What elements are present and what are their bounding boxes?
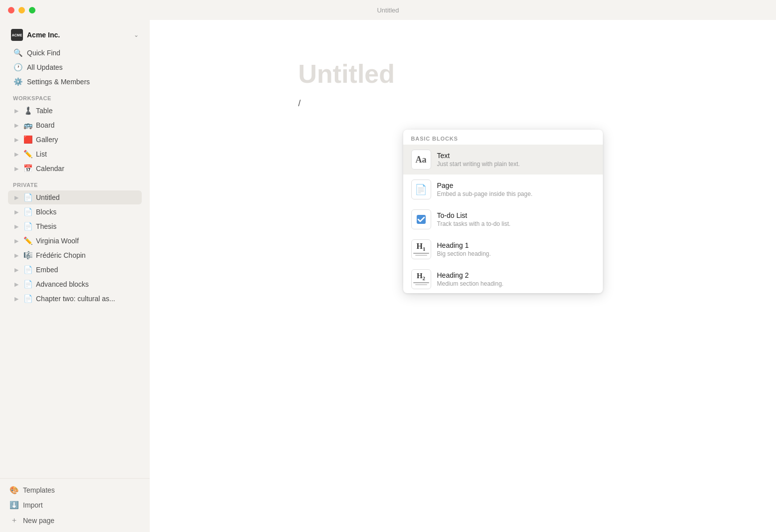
page-icon: 📄 bbox=[23, 280, 33, 289]
private-section-label: PRIVATE bbox=[6, 176, 144, 190]
sidebar-item-list[interactable]: ▶ ✏️ List bbox=[8, 147, 142, 161]
sidebar-item-chapter-two[interactable]: ▶ 📄 Chapter two: cultural as... bbox=[8, 292, 142, 306]
sidebar-top: ACME Acme Inc. ⌄ 🔍 Quick Find 🕐 All Upda… bbox=[0, 20, 150, 310]
page-block-info: Page Embed a sub-page inside this page. bbox=[437, 181, 595, 197]
sidebar-item-board[interactable]: ▶ 🚌 Board bbox=[8, 118, 142, 132]
page-block-title: Page bbox=[437, 181, 595, 189]
calendar-icon: 📅 bbox=[23, 164, 33, 173]
sidebar-item-quick-find[interactable]: 🔍 Quick Find bbox=[8, 46, 142, 60]
plus-icon: ＋ bbox=[9, 516, 19, 525]
sidebar-item-label: Untitled bbox=[36, 193, 137, 201]
sidebar-item-all-updates[interactable]: 🕐 All Updates bbox=[8, 60, 142, 74]
sidebar-item-settings[interactable]: ⚙️ Settings & Members bbox=[8, 75, 142, 89]
page-icon: 📄 bbox=[23, 265, 33, 274]
close-button[interactable] bbox=[8, 7, 14, 13]
main-content: Untitled / BASIC BLOCKS Aa Text Just sta… bbox=[150, 0, 776, 532]
chevron-icon: ▶ bbox=[13, 137, 20, 143]
chevron-icon: ▶ bbox=[13, 223, 20, 230]
sidebar-item-label: Settings & Members bbox=[27, 78, 90, 86]
chevron-icon: ▶ bbox=[13, 267, 20, 273]
block-menu-item-h1[interactable]: H1 Heading 1 Big section heading. bbox=[403, 234, 603, 264]
sidebar-item-label: Import bbox=[23, 501, 43, 509]
block-insert-menu[interactable]: BASIC BLOCKS Aa Text Just start writing … bbox=[403, 130, 603, 293]
sidebar-item-label: Chapter two: cultural as... bbox=[36, 295, 137, 303]
page-icon: 📄 bbox=[23, 222, 33, 231]
sidebar-item-label: Board bbox=[36, 121, 137, 129]
block-menu-item-text[interactable]: Aa Text Just start writing with plain te… bbox=[403, 145, 603, 175]
todo-block-icon bbox=[411, 209, 431, 229]
chevron-icon: ▶ bbox=[13, 166, 20, 172]
sidebar-item-label: Frédéric Chopin bbox=[36, 251, 137, 259]
h2-block-info: Heading 2 Medium section heading. bbox=[437, 271, 595, 287]
todo-block-desc: Track tasks with a to-do list. bbox=[437, 220, 595, 227]
h2-block-desc: Medium section heading. bbox=[437, 280, 595, 287]
sidebar-item-label: Thesis bbox=[36, 222, 137, 230]
sidebar-item-advanced-blocks[interactable]: ▶ 📄 Advanced blocks bbox=[8, 277, 142, 291]
page-block-desc: Embed a sub-page inside this page. bbox=[437, 190, 595, 197]
todo-block-info: To-do List Track tasks with a to-do list… bbox=[437, 211, 595, 227]
gear-icon: ⚙️ bbox=[13, 77, 23, 86]
sidebar-item-label: New page bbox=[23, 517, 54, 525]
sidebar-item-frederic-chopin[interactable]: ▶ 🎼 Frédéric Chopin bbox=[8, 248, 142, 262]
chevron-icon: ▶ bbox=[13, 281, 20, 288]
page-title[interactable]: Untitled bbox=[298, 60, 628, 88]
chevron-icon: ▶ bbox=[13, 296, 20, 302]
chevron-icon: ▶ bbox=[13, 194, 20, 201]
sidebar-item-label: Quick Find bbox=[27, 49, 60, 57]
sidebar-item-import[interactable]: ⬇️ Import bbox=[4, 498, 146, 513]
h1-block-icon: H1 bbox=[411, 239, 431, 259]
h1-block-title: Heading 1 bbox=[437, 241, 595, 249]
sidebar-item-label: Templates bbox=[23, 486, 55, 494]
sidebar-item-label: List bbox=[36, 150, 137, 158]
search-icon: 🔍 bbox=[13, 48, 23, 57]
music-icon: 🎼 bbox=[23, 251, 33, 260]
chevron-icon: ▶ bbox=[13, 238, 20, 244]
chevron-icon: ▶ bbox=[13, 151, 20, 158]
page-icon: 📄 bbox=[23, 193, 33, 202]
sidebar-item-untitled[interactable]: ▶ 📄 Untitled bbox=[8, 190, 142, 204]
sidebar-item-templates[interactable]: 🎨 Templates bbox=[4, 483, 146, 498]
text-block-desc: Just start writing with plain text. bbox=[437, 161, 595, 168]
workspace-chevron-icon: ⌄ bbox=[134, 31, 139, 38]
h2-block-title: Heading 2 bbox=[437, 271, 595, 279]
sidebar-item-new-page[interactable]: ＋ New page bbox=[4, 513, 146, 528]
sidebar-item-label: Virginia Woolf bbox=[36, 237, 137, 245]
list-icon: ✏️ bbox=[23, 150, 33, 159]
sidebar-item-virginia-woolf[interactable]: ▶ ✏️ Virginia Woolf bbox=[8, 234, 142, 248]
sidebar-item-blocks[interactable]: ▶ 📄 Blocks bbox=[8, 205, 142, 219]
workspace-header[interactable]: ACME Acme Inc. ⌄ bbox=[6, 26, 144, 44]
sidebar-item-embed[interactable]: ▶ 📄 Embed bbox=[8, 263, 142, 277]
h1-block-desc: Big section heading. bbox=[437, 250, 595, 257]
block-menu-section-label: BASIC BLOCKS bbox=[403, 130, 603, 145]
minimize-button[interactable] bbox=[18, 7, 25, 13]
templates-icon: 🎨 bbox=[9, 486, 19, 495]
chevron-icon: ▶ bbox=[13, 209, 20, 215]
sidebar-item-calendar[interactable]: ▶ 📅 Calendar bbox=[8, 162, 142, 176]
maximize-button[interactable] bbox=[29, 7, 35, 13]
sidebar: ACME Acme Inc. ⌄ 🔍 Quick Find 🕐 All Upda… bbox=[0, 0, 150, 532]
slash-command-trigger: / bbox=[298, 98, 301, 109]
page-icon: 📄 bbox=[23, 294, 33, 303]
block-menu-item-h2[interactable]: H2 Heading 2 Medium section heading. bbox=[403, 264, 603, 293]
text-block-title: Text bbox=[437, 152, 595, 160]
sidebar-item-gallery[interactable]: ▶ 🟥 Gallery bbox=[8, 133, 142, 147]
workspace-name: Acme Inc. bbox=[27, 31, 130, 39]
editor-cursor-line[interactable]: / bbox=[298, 98, 628, 109]
gallery-icon: 🟥 bbox=[23, 135, 33, 144]
chevron-icon: ▶ bbox=[13, 108, 20, 114]
text-block-icon: Aa bbox=[411, 150, 431, 170]
page-content-area[interactable]: Untitled / BASIC BLOCKS Aa Text Just sta… bbox=[288, 20, 638, 133]
text-block-info: Text Just start writing with plain text. bbox=[437, 152, 595, 168]
block-menu-item-todo[interactable]: To-do List Track tasks with a to-do list… bbox=[403, 204, 603, 234]
workspace-section-label: WORKSPACE bbox=[6, 89, 144, 103]
titlebar: Untitled bbox=[0, 0, 776, 20]
clock-icon: 🕐 bbox=[13, 63, 23, 72]
chevron-icon: ▶ bbox=[13, 252, 20, 259]
chevron-icon: ▶ bbox=[13, 122, 20, 129]
sidebar-bottom: 🎨 Templates ⬇️ Import ＋ New page bbox=[0, 478, 150, 532]
page-icon: 📄 bbox=[23, 207, 33, 216]
sidebar-item-thesis[interactable]: ▶ 📄 Thesis bbox=[8, 219, 142, 233]
block-menu-item-page[interactable]: 📄 Page Embed a sub-page inside this page… bbox=[403, 175, 603, 204]
sidebar-item-table[interactable]: ▶ ♟️ Table bbox=[8, 104, 142, 118]
sidebar-item-label: Blocks bbox=[36, 208, 137, 216]
